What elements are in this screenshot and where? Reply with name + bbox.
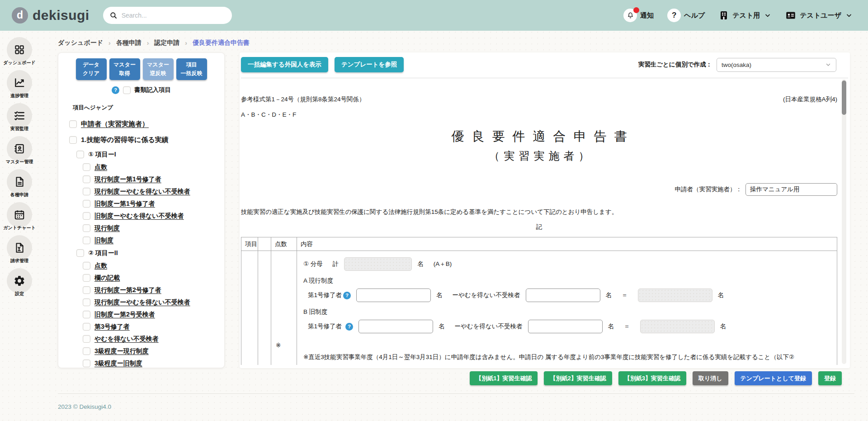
tree-link[interactable]: 点数 <box>94 163 107 171</box>
help-menu[interactable]: ? ヘルプ <box>667 9 705 22</box>
sidebar-item-billing[interactable]: 請求管理 <box>3 235 36 265</box>
notifications-menu[interactable]: 通知 <box>623 9 654 22</box>
tree-link[interactable]: 旧制度ーやむを得ない不受検者 <box>94 212 184 220</box>
tree-item[interactable]: 現行制度ーやむを得ない不受検者 <box>64 185 219 198</box>
appendix2-trainee-confirm-button[interactable]: 【別紙2】実習生確認 <box>544 371 612 385</box>
user-menu[interactable]: テストユーザ <box>785 9 853 21</box>
sidebar-item-gantt[interactable]: ガントチャート <box>3 202 36 232</box>
tree-item[interactable]: 現行制度ー第2号修了者 <box>64 284 219 296</box>
tree-item[interactable]: 旧制度 <box>64 234 219 246</box>
tree-link[interactable]: やむを得ない不受検者 <box>94 335 159 343</box>
org-menu[interactable]: テスト用 <box>718 10 771 21</box>
sidebar-item-applications[interactable]: 各種申請 <box>3 169 36 199</box>
tree-item[interactable]: 第3号修了者 <box>64 321 219 333</box>
checkbox[interactable] <box>83 274 90 282</box>
tree-link[interactable]: 1.技能等の習得等に係る実績 <box>81 136 169 144</box>
tree-item[interactable]: 旧制度ー第2号受検者 <box>64 308 219 321</box>
tree-item[interactable]: 3級程度ー現行制度 <box>64 345 219 357</box>
tree-link[interactable]: 旧制度ー第2号受検者 <box>94 311 155 319</box>
tree-link[interactable]: ② 項目ーII <box>88 249 118 257</box>
checkbox[interactable] <box>83 188 90 195</box>
checkbox[interactable] <box>83 200 90 208</box>
show-bulk-foreigners-button[interactable]: 一括編集する外国人を表示 <box>241 57 328 72</box>
checkbox[interactable] <box>83 323 90 331</box>
tree-link[interactable]: 現行制度ーやむを得ない不受検者 <box>94 298 190 307</box>
tree-item-item1[interactable]: ① 項目ーI <box>64 148 219 161</box>
checkbox[interactable] <box>83 262 90 270</box>
tree-link[interactable]: 現行制度 <box>94 224 120 232</box>
search-input[interactable] <box>122 12 226 19</box>
checkbox[interactable] <box>76 151 84 158</box>
tree-item-applicant[interactable]: 申請者（実習実施者） <box>64 116 219 132</box>
doc-fields-checkbox[interactable] <box>123 86 131 94</box>
checkbox[interactable] <box>83 347 90 355</box>
tree-item[interactable]: 旧制度ー第1号修了者 <box>64 198 219 210</box>
help-tooltip-icon[interactable]: ? <box>112 86 119 94</box>
current-completers-input[interactable] <box>356 289 431 302</box>
tree-item[interactable]: 現行制度 <box>64 222 219 234</box>
checkbox[interactable] <box>83 335 90 343</box>
checkbox[interactable] <box>83 237 90 244</box>
sidebar-item-master[interactable]: マスター管理 <box>3 136 36 166</box>
appendix3-trainee-confirm-button[interactable]: 【別紙3】実習生確認 <box>618 371 686 385</box>
sidebar-item-supervision[interactable]: 実習監理 <box>3 103 36 133</box>
help-tooltip-icon[interactable]: ? <box>345 323 353 331</box>
tree-link[interactable]: 現行制度ー第2号修了者 <box>94 286 161 294</box>
app-logo[interactable]: d dekisugi <box>12 7 90 24</box>
data-clear-button[interactable]: データクリア <box>76 58 107 80</box>
tree-item[interactable]: 点数 <box>64 161 219 173</box>
tree-item[interactable]: 現行制度ーやむを得ない不受検者 <box>64 296 219 308</box>
tree-link[interactable]: 申請者（実習実施者） <box>81 120 149 128</box>
breadcrumb-dashboard[interactable]: ダッシュボード <box>58 39 103 47</box>
save-as-template-button[interactable]: テンプレートとして登録 <box>735 371 812 385</box>
checkbox[interactable] <box>83 360 90 367</box>
tree-item-section1[interactable]: 1.技能等の習得等に係る実績 <box>64 132 219 148</box>
scrollbar-thumb[interactable] <box>842 80 846 115</box>
checkbox[interactable] <box>83 224 90 232</box>
master-fetch-button[interactable]: マスター取得 <box>109 58 140 80</box>
tree-link[interactable]: 旧制度ー第1号修了者 <box>94 200 155 208</box>
tree-item[interactable]: 3級程度ー旧制度 <box>64 357 219 368</box>
appendix1-trainee-confirm-button[interactable]: 【別紙1】実習生確認 <box>470 371 538 385</box>
help-tooltip-icon[interactable]: ? <box>343 292 351 299</box>
tree-link[interactable]: 現行制度ー第1号修了者 <box>94 175 161 184</box>
checkbox[interactable] <box>83 212 90 220</box>
breadcrumb-applications[interactable]: 各種申請 <box>116 39 142 47</box>
trainee-select[interactable]: two(osaka) <box>717 58 836 72</box>
cancel-button[interactable]: 取り消し <box>693 371 728 385</box>
tree-link[interactable]: ① 項目ーI <box>88 151 116 159</box>
tree-link[interactable]: 点数 <box>94 262 107 270</box>
item-bulk-apply-button[interactable]: 項目一括反映 <box>176 58 207 80</box>
checkbox[interactable] <box>83 175 90 183</box>
sidebar-item-dashboard[interactable]: ダッシュボード <box>3 37 36 67</box>
sidebar-item-progress[interactable]: 進捗管理 <box>3 70 36 100</box>
checkbox[interactable] <box>83 311 90 318</box>
old-nontested-input[interactable] <box>528 320 603 333</box>
checkbox[interactable] <box>76 249 84 257</box>
checkbox[interactable] <box>69 136 77 144</box>
applicant-name-input[interactable]: 操作マニュアル用 <box>745 183 837 196</box>
tree-item-item2[interactable]: ② 項目ーII <box>64 246 219 260</box>
checkbox[interactable] <box>83 298 90 306</box>
tree-link[interactable]: 第3号修了者 <box>94 323 130 331</box>
tree-link[interactable]: 旧制度 <box>94 237 113 245</box>
checkbox[interactable] <box>69 120 77 128</box>
tree-item[interactable]: 欄の記載 <box>64 272 219 284</box>
breadcrumb-certification[interactable]: 認定申請 <box>154 39 179 47</box>
scrollbar-track[interactable] <box>842 79 846 364</box>
reference-template-button[interactable]: テンプレートを参照 <box>335 57 404 72</box>
tree-item[interactable]: 点数 <box>64 260 219 272</box>
tree-link[interactable]: 欄の記載 <box>94 274 120 282</box>
old-completers-input[interactable] <box>359 320 433 333</box>
current-nontested-input[interactable] <box>526 289 600 302</box>
master-reverse-button[interactable]: マスター逆反映 <box>143 58 174 80</box>
tree-link[interactable]: 3級程度ー現行制度 <box>94 347 149 355</box>
tree-item[interactable]: 旧制度ーやむを得ない不受検者 <box>64 210 219 222</box>
checkbox[interactable] <box>83 163 90 171</box>
sidebar-item-settings[interactable]: 設定 <box>3 268 36 298</box>
register-button[interactable]: 登録 <box>818 371 842 385</box>
tree-item[interactable]: やむを得ない不受検者 <box>64 333 219 345</box>
checkbox[interactable] <box>83 286 90 294</box>
tree-item[interactable]: 現行制度ー第1号修了者 <box>64 173 219 185</box>
tree-link[interactable]: 3級程度ー旧制度 <box>94 360 142 368</box>
